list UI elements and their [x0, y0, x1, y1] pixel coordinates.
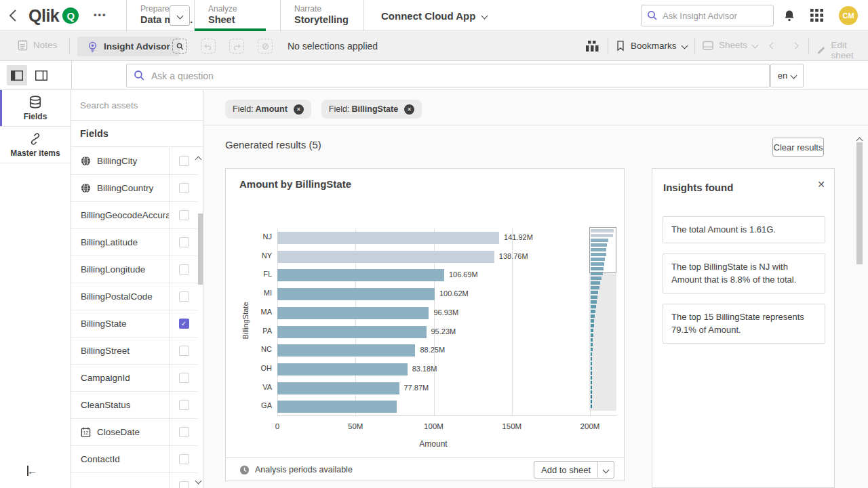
- sheet-objects-layout-icon[interactable]: [586, 41, 599, 54]
- notifications-bell-icon[interactable]: [783, 8, 796, 26]
- chip-remove-icon[interactable]: ✕: [294, 104, 304, 115]
- bar[interactable]: [277, 326, 427, 338]
- field-checkbox[interactable]: ✓: [179, 319, 189, 329]
- field-row[interactable]: 12CloseDate: [71, 419, 198, 446]
- insight-item[interactable]: The top BillingState is NJ with Amount t…: [663, 253, 825, 293]
- field-cell[interactable]: BillingStreet: [71, 338, 170, 364]
- navigator-bar: [591, 300, 597, 304]
- field-checkbox[interactable]: [179, 346, 189, 356]
- tab-narrate[interactable]: Narrate Storytelling: [280, 0, 364, 31]
- chart-card[interactable]: Amount by BillingState 050M100M150M200MN…: [225, 168, 625, 481]
- app-selector[interactable]: Connect Cloud App: [381, 0, 487, 31]
- field-checkbox[interactable]: [179, 183, 189, 193]
- add-to-sheet-button[interactable]: Add to sheet: [534, 461, 614, 479]
- smart-search-selections-icon[interactable]: [172, 39, 187, 54]
- field-checkbox[interactable]: [179, 400, 189, 410]
- field-checkbox[interactable]: [179, 237, 189, 247]
- bar[interactable]: [277, 382, 399, 394]
- field-cell[interactable]: CampaignId: [71, 365, 170, 391]
- field-cell[interactable]: BillingState: [71, 310, 170, 337]
- field-row[interactable]: BillingCity: [71, 148, 198, 175]
- field-cell[interactable]: BillingCountry: [71, 175, 170, 201]
- bar[interactable]: [277, 269, 444, 281]
- field-row[interactable]: CampaignId: [71, 365, 198, 392]
- field-cell[interactable]: BillingLongitude: [71, 256, 170, 283]
- bar[interactable]: [277, 232, 499, 244]
- field-cell[interactable]: 12CloseDate: [71, 419, 170, 445]
- scroll-down-icon[interactable]: [196, 474, 201, 486]
- field-row[interactable]: CleanStatus: [71, 392, 198, 419]
- navigator-viewport[interactable]: [589, 227, 616, 273]
- qlik-logo[interactable]: Qlik Q: [28, 6, 79, 25]
- field-check-cell: [170, 365, 198, 391]
- field-cell[interactable]: ContactId: [71, 446, 170, 472]
- field-cell[interactable]: BillingPostalCode: [71, 283, 170, 310]
- field-row[interactable]: ContactId: [71, 446, 198, 473]
- collapse-panel-button[interactable]: ←: [27, 465, 37, 476]
- tab-analyze-active[interactable]: Analyze Sheet: [194, 0, 266, 31]
- assets-scrollbar-thumb[interactable]: [198, 214, 203, 285]
- field-checkbox[interactable]: [179, 264, 189, 274]
- navigator-bar: [591, 400, 592, 403]
- tab-prepare[interactable]: Prepare Data man...: [126, 0, 194, 31]
- filter-chip[interactable]: Field:BillingState✕: [321, 100, 422, 119]
- field-row[interactable]: BillingLatitude: [71, 229, 198, 256]
- field-checkbox[interactable]: [179, 427, 189, 437]
- search-assets-box[interactable]: [71, 90, 203, 121]
- field-row[interactable]: BillingState✓: [71, 310, 198, 338]
- chart-scroll-navigator[interactable]: [589, 227, 616, 411]
- field-row[interactable]: BillingLongitude: [71, 256, 198, 283]
- tab-label: Storytelling: [294, 14, 363, 26]
- more-menu-icon[interactable]: •••: [94, 9, 107, 20]
- field-checkbox[interactable]: [179, 373, 189, 383]
- app-launcher-icon[interactable]: [810, 9, 823, 24]
- insight-advisor-search[interactable]: [641, 5, 774, 26]
- field-row[interactable]: [71, 473, 198, 488]
- bar[interactable]: [277, 251, 494, 263]
- field-checkbox[interactable]: [179, 454, 189, 464]
- field-cell[interactable]: CleanStatus: [71, 392, 170, 418]
- field-row[interactable]: BillingStreet: [71, 338, 198, 365]
- field-cell[interactable]: BillingCity: [71, 148, 170, 174]
- bar[interactable]: [277, 344, 415, 357]
- language-dropdown[interactable]: en: [770, 64, 804, 87]
- bar[interactable]: [277, 401, 397, 413]
- bar[interactable]: [277, 307, 429, 319]
- insight-advisor-search-input[interactable]: [663, 11, 764, 21]
- main-scrollbar-thumb[interactable]: [856, 142, 863, 264]
- field-row[interactable]: BillingPostalCode: [71, 283, 198, 310]
- insight-advisor-button[interactable]: Insight Advisor: [77, 37, 180, 56]
- field-checkbox[interactable]: [179, 210, 189, 220]
- sheets-icon: [703, 41, 713, 50]
- rail-item-master-items[interactable]: Master items: [0, 127, 71, 163]
- field-cell[interactable]: BillingGeocodeAccura...: [71, 202, 170, 228]
- filter-chip[interactable]: Field:Amount✕: [225, 100, 311, 119]
- prepare-dropdown-button[interactable]: [170, 5, 190, 26]
- bookmarks-button[interactable]: Bookmarks: [616, 40, 687, 52]
- chip-remove-icon[interactable]: ✕: [404, 104, 414, 115]
- bar[interactable]: [277, 288, 435, 300]
- field-row[interactable]: BillingCountry: [71, 175, 198, 202]
- field-cell[interactable]: BillingLatitude: [71, 229, 170, 256]
- field-checkbox[interactable]: [179, 481, 189, 488]
- ask-question-box[interactable]: [126, 64, 770, 87]
- field-cell[interactable]: [71, 473, 170, 488]
- ask-question-input[interactable]: [151, 70, 762, 81]
- close-icon[interactable]: ✕: [817, 179, 825, 190]
- toggle-right-panel-button[interactable]: [31, 65, 52, 85]
- field-checkbox[interactable]: [179, 291, 189, 302]
- field-checkbox[interactable]: [179, 156, 189, 166]
- bar[interactable]: [277, 363, 408, 375]
- bar-value-label: 95.23M: [431, 327, 456, 336]
- toggle-left-panel-button[interactable]: [7, 65, 27, 85]
- insight-item[interactable]: The total Amount is 1.61G.: [663, 216, 825, 243]
- field-row[interactable]: BillingGeocodeAccura...: [71, 202, 198, 229]
- clear-results-button[interactable]: Clear results: [772, 138, 824, 157]
- user-avatar[interactable]: CM: [839, 6, 858, 25]
- rail-item-fields[interactable]: Fields: [0, 90, 71, 127]
- search-assets-input[interactable]: [80, 100, 182, 110]
- insight-item[interactable]: The top 15 BillingState represents 79.1%…: [663, 304, 825, 344]
- back-button[interactable]: [8, 9, 23, 22]
- add-to-sheet-dropdown[interactable]: [597, 461, 614, 479]
- scroll-up-icon[interactable]: [196, 152, 201, 165]
